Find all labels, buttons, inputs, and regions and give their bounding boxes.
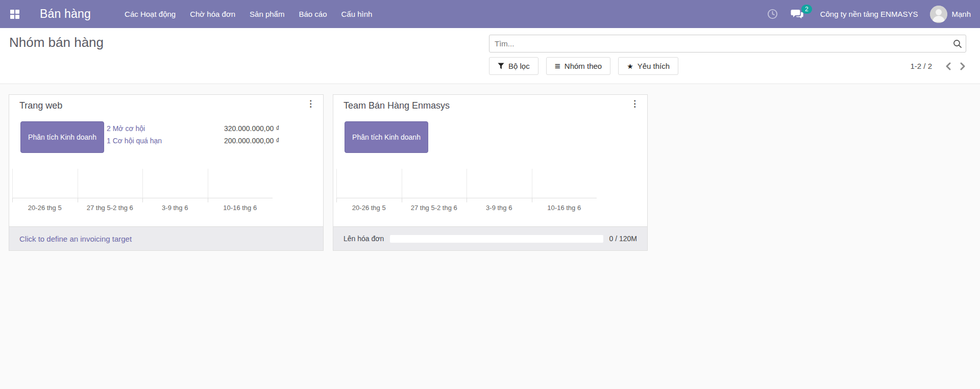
groupby-button[interactable]: ≡ Nhóm theo: [546, 57, 610, 75]
chart-grid-cell: [78, 169, 143, 198]
pager-next-button[interactable]: [958, 60, 968, 72]
sales-team-card-enmasys: Team Bán Hàng Enmasys ⋮ Phân tích Kinh d…: [333, 94, 648, 251]
menu-item-activities[interactable]: Các Hoạt động: [125, 10, 176, 18]
chart-grid-cell: [532, 169, 597, 198]
pager-previous-button[interactable]: [943, 60, 953, 72]
x-tick-label: 27 thg 5-2 thg 6: [78, 204, 143, 212]
messages-count-badge: 2: [801, 5, 812, 14]
overdue-opportunities-amount: 200.000.000,00 ₫: [224, 136, 279, 146]
top-navbar: Bán hàng Các Hoạt động Chờ hóa đơn Sản p…: [0, 0, 980, 28]
chevron-left-icon: [945, 62, 951, 70]
x-tick-label: 20-26 thg 5: [336, 204, 402, 212]
filter-funnel-icon: [498, 63, 504, 69]
search-options-row: Bộ lọc ≡ Nhóm theo ★ Yêu thích: [489, 57, 678, 75]
card-title[interactable]: Trang web: [19, 100, 62, 111]
chart-x-axis-labels: 20-26 thg 5 27 thg 5-2 thg 6 3-9 thg 6 1…: [336, 204, 597, 212]
chart-grid-cell: [12, 169, 78, 198]
chart-grid-cell: [142, 169, 208, 198]
chart-plot-area: [12, 169, 273, 198]
activities-button[interactable]: [767, 8, 778, 20]
user-name: Mạnh: [951, 10, 971, 18]
star-icon: ★: [627, 62, 633, 70]
navbar-left: Bán hàng Các Hoạt động Chờ hóa đơn Sản p…: [0, 0, 372, 28]
pager-range: 1-2 / 2: [910, 62, 932, 70]
avatar: [930, 6, 947, 23]
page-title: Nhóm bán hàng: [9, 35, 104, 50]
company-switcher[interactable]: Công ty nền tảng ENMASYS: [820, 10, 918, 18]
kanban-view: Trang web ⋮ Phân tích Kinh doanh 2 Mở cơ…: [0, 85, 980, 389]
team-activity-chart: 20-26 thg 5 27 thg 5-2 thg 6 3-9 thg 6 1…: [336, 169, 597, 212]
define-invoicing-target-link[interactable]: Click to define an invoicing target: [19, 235, 132, 243]
pager: 1-2 / 2: [910, 57, 968, 75]
team-activity-chart: 20-26 thg 5 27 thg 5-2 thg 6 3-9 thg 6 1…: [12, 169, 273, 212]
navbar-right: 2 Công ty nền tảng ENMASYS Mạnh: [767, 6, 980, 23]
chart-grid-cell: [402, 169, 467, 198]
opportunity-amounts: 320.000.000,00 ₫ 200.000.000,00 ₫: [224, 124, 279, 146]
menu-item-reporting[interactable]: Báo cáo: [299, 10, 327, 18]
chart-grid-cell: [336, 169, 402, 198]
invoicing-label: Lên hóa đơn: [344, 235, 384, 243]
menu-item-products[interactable]: Sản phẩm: [250, 10, 284, 18]
kebab-menu-icon[interactable]: ⋮: [303, 99, 318, 109]
card-footer: Lên hóa đơn 0 / 120M: [333, 226, 647, 250]
apps-menu-button[interactable]: [0, 0, 30, 28]
chevron-right-icon: [960, 62, 966, 70]
main-menu: Các Hoạt động Chờ hóa đơn Sản phẩm Báo c…: [125, 10, 372, 18]
pipeline-analysis-button[interactable]: Phân tích Kinh doanh: [345, 121, 428, 153]
chart-plot-area: [336, 169, 597, 198]
card-title[interactable]: Team Bán Hàng Enmasys: [344, 100, 450, 111]
invoicing-progress-bar[interactable]: [390, 235, 603, 243]
sales-team-card-trang-web: Trang web ⋮ Phân tích Kinh doanh 2 Mở cơ…: [9, 94, 324, 251]
favorites-label: Yêu thích: [638, 62, 670, 70]
overdue-opportunities-link[interactable]: 1 Cơ hội quá hạn: [107, 136, 162, 146]
menu-item-configuration[interactable]: Cấu hình: [341, 10, 373, 18]
filters-button[interactable]: Bộ lọc: [489, 57, 538, 75]
x-tick-label: 3-9 thg 6: [142, 204, 208, 212]
x-tick-label: 20-26 thg 5: [12, 204, 78, 212]
x-tick-label: 27 thg 5-2 thg 6: [402, 204, 467, 212]
app-brand[interactable]: Bán hàng: [40, 7, 91, 21]
search-box: [489, 35, 966, 53]
chart-grid-cell: [467, 169, 532, 198]
pipeline-analysis-button[interactable]: Phân tích Kinh doanh: [20, 121, 104, 153]
clock-icon: [767, 8, 778, 20]
control-panel: Nhóm bán hàng Bộ lọc ≡ Nhóm theo ★ Yêu t…: [0, 28, 980, 84]
card-footer: Click to define an invoicing target: [9, 226, 323, 250]
kebab-menu-icon[interactable]: ⋮: [627, 99, 642, 109]
open-opportunities-link[interactable]: 2 Mở cơ hội: [107, 124, 162, 134]
messages-button[interactable]: 2: [791, 9, 804, 20]
x-tick-label: 10-16 thg 6: [208, 204, 273, 212]
user-menu[interactable]: Mạnh: [930, 6, 971, 23]
chart-grid-cell: [208, 169, 273, 198]
groupby-label: Nhóm theo: [565, 62, 602, 70]
chart-x-axis-labels: 20-26 thg 5 27 thg 5-2 thg 6 3-9 thg 6 1…: [12, 204, 273, 212]
menu-item-to-invoice[interactable]: Chờ hóa đơn: [190, 10, 235, 18]
filters-label: Bộ lọc: [508, 62, 530, 70]
opportunity-links: 2 Mở cơ hội 1 Cơ hội quá hạn: [107, 124, 162, 146]
open-opportunities-amount: 320.000.000,00 ₫: [224, 124, 279, 134]
search-button[interactable]: [952, 39, 963, 50]
favorites-button[interactable]: ★ Yêu thích: [618, 57, 678, 75]
apps-grid-icon: [10, 10, 19, 19]
search-icon: [952, 39, 963, 49]
group-by-icon: ≡: [555, 63, 560, 70]
invoicing-progress-text: 0 / 120M: [609, 235, 637, 243]
x-tick-label: 3-9 thg 6: [467, 204, 532, 212]
x-tick-label: 10-16 thg 6: [532, 204, 597, 212]
search-input[interactable]: [489, 35, 966, 52]
